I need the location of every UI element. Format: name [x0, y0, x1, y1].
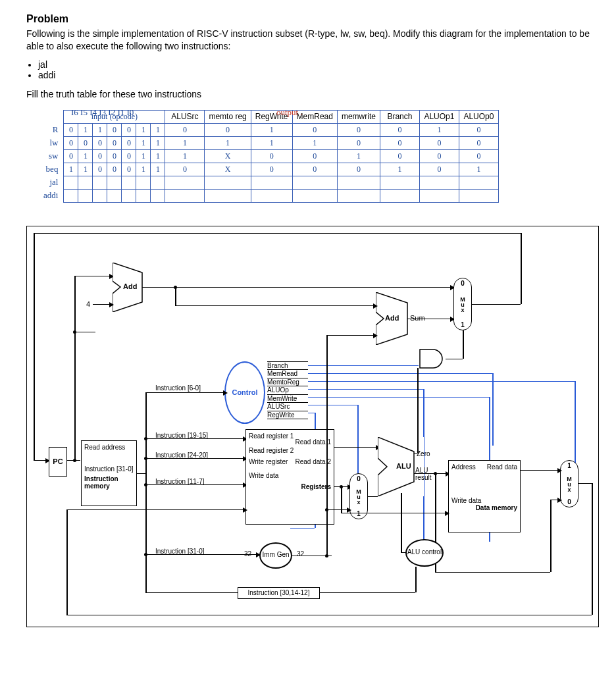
instruction-memory: Read address Instruction [31-0] Instruct…	[81, 440, 137, 506]
instr-bus-label: Instruction [31-0]	[84, 465, 134, 473]
problem-text-2: Fill the truth table for these two instr…	[26, 88, 590, 101]
output-header: output .	[276, 107, 303, 118]
imem-title: Instruction memory	[84, 475, 134, 490]
row-name: lw	[39, 136, 64, 149]
col-aluop1: ALUOp1	[419, 110, 459, 123]
col-memtoreg: memto reg	[205, 110, 251, 123]
alu-control: ALU control	[405, 539, 444, 567]
read-address-label: Read address	[84, 444, 134, 451]
bits-header: I6 I5 I4 I3 I2 I1 I0	[71, 107, 134, 118]
alu-zero-label: Zero	[417, 450, 430, 457]
datapath-diagram: PC Read address Instruction [31-0] Instr…	[26, 226, 599, 627]
truth-table: input (opcode) ALUSrc memto reg RegWrite…	[39, 110, 499, 203]
col-memwrite: memwrite	[337, 110, 380, 123]
pc-block: PC	[49, 447, 67, 477]
register-file: Read register 1 Read data 1 Read registe…	[245, 429, 334, 525]
row-name: sw	[39, 149, 64, 163]
problem-text-1: Following is the simple implementation o…	[26, 28, 590, 53]
col-alusrc: ALUSrc	[165, 110, 205, 123]
data-memory: Address Read data Write data Data memory	[448, 460, 521, 532]
bits32a-label: 32	[244, 550, 251, 557]
table-row: beq 1 1 0 0 0 1 1 0 X 0 0 0 1 0 1	[39, 163, 498, 176]
and-gate-icon	[419, 348, 448, 369]
imm-gen: Imm Gen	[259, 542, 292, 569]
const-4: 4	[86, 300, 90, 308]
col-branch: Branch	[380, 110, 419, 123]
table-row: jal	[39, 176, 498, 189]
row-name: beq	[39, 163, 64, 176]
table-row: sw 0 1 0 0 0 1 1 1 X 0 0 1 0 0 0	[39, 149, 498, 163]
instr-6-0-label: Instruction [6-0]	[155, 384, 201, 392]
list-item: addi	[38, 70, 590, 80]
table-row: addi	[39, 189, 498, 202]
instr-30-14-12-label: Instruction [30,14-12]	[238, 587, 320, 599]
col-aluop0: ALUOp0	[459, 110, 498, 123]
mux-memtoreg: 1 Mux 0	[560, 460, 578, 507]
mux-pc-src: 0 Mux 1	[453, 278, 472, 330]
truth-table-container: I6 I5 I4 I3 I2 I1 I0 output . input (opc…	[39, 110, 590, 203]
sum-label: Sum	[410, 314, 425, 322]
instruction-list: jal addi	[38, 59, 590, 80]
row-name: jal	[39, 176, 64, 189]
row-name: R	[39, 123, 64, 136]
problem-heading: Problem	[26, 13, 590, 25]
control-unit: Control	[224, 361, 265, 424]
table-row: lw 0 0 0 0 0 1 1 1 1 1 1 0 0 0 0	[39, 136, 498, 149]
list-item: jal	[38, 59, 590, 70]
control-signals: Branch MemRead MemtoReg ALUOp MemWrite A…	[267, 361, 308, 420]
table-row: R 0 1 1 0 0 1 1 0 0 1 0 0 0 1 0	[39, 123, 498, 136]
row-name: addi	[39, 189, 64, 202]
